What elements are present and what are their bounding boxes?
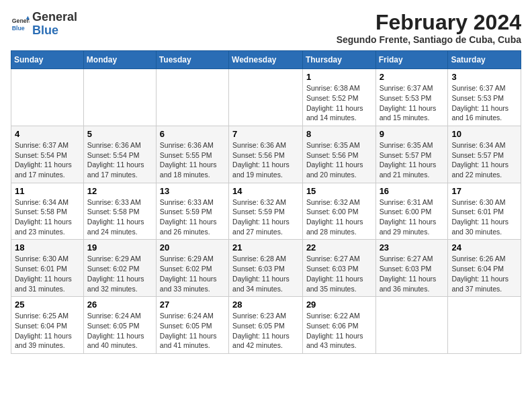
calendar-cell-w3-d6: 16Sunrise: 6:31 AMSunset: 6:00 PMDayligh… <box>375 183 448 240</box>
calendar-cell-w1-d5: 1Sunrise: 6:38 AMSunset: 5:52 PMDaylight… <box>302 69 375 126</box>
day-number: 25 <box>15 300 80 310</box>
calendar-cell-w2-d4: 7Sunrise: 6:36 AMSunset: 5:56 PMDaylight… <box>229 126 303 183</box>
calendar-cell-w5-d5: 29Sunrise: 6:22 AMSunset: 6:06 PMDayligh… <box>302 297 375 354</box>
week-row-4: 18Sunrise: 6:30 AMSunset: 6:01 PMDayligh… <box>11 240 521 297</box>
col-saturday: Saturday <box>448 51 521 69</box>
calendar-cell-w5-d6 <box>375 297 448 354</box>
day-info: Sunrise: 6:27 AMSunset: 6:03 PMDaylight:… <box>380 254 445 293</box>
calendar-cell-w4-d2: 19Sunrise: 6:29 AMSunset: 6:02 PMDayligh… <box>83 240 156 297</box>
day-info: Sunrise: 6:22 AMSunset: 6:06 PMDaylight:… <box>306 311 372 351</box>
calendar-cell-w2-d5: 8Sunrise: 6:35 AMSunset: 5:56 PMDaylight… <box>302 126 375 183</box>
day-number: 16 <box>380 186 445 196</box>
day-number: 4 <box>15 129 80 139</box>
day-number: 11 <box>15 186 80 196</box>
calendar-cell-w5-d1: 25Sunrise: 6:25 AMSunset: 6:04 PMDayligh… <box>11 297 84 354</box>
logo-general: General <box>32 11 77 24</box>
calendar-table: Sunday Monday Tuesday Wednesday Thursday… <box>11 50 521 354</box>
day-number: 22 <box>306 242 372 253</box>
calendar-title: February 2024 <box>337 11 521 34</box>
calendar-cell-w4-d3: 20Sunrise: 6:29 AMSunset: 6:02 PMDayligh… <box>156 240 228 297</box>
day-info: Sunrise: 6:30 AMSunset: 6:01 PMDaylight:… <box>15 254 80 293</box>
day-info: Sunrise: 6:30 AMSunset: 6:01 PMDaylight:… <box>451 197 517 237</box>
logo-icon: General Blue <box>11 15 30 34</box>
day-number: 20 <box>160 242 225 253</box>
day-number: 23 <box>380 242 445 253</box>
day-info: Sunrise: 6:28 AMSunset: 6:03 PMDaylight:… <box>232 254 299 293</box>
day-info: Sunrise: 6:26 AMSunset: 6:04 PMDaylight:… <box>451 254 517 293</box>
day-number: 10 <box>451 129 517 139</box>
calendar-cell-w5-d4: 28Sunrise: 6:23 AMSunset: 6:05 PMDayligh… <box>229 297 303 354</box>
calendar-cell-w1-d6: 2Sunrise: 6:37 AMSunset: 5:53 PMDaylight… <box>375 69 448 126</box>
day-info: Sunrise: 6:23 AMSunset: 6:05 PMDaylight:… <box>232 311 299 351</box>
calendar-cell-w1-d1 <box>11 69 84 126</box>
day-info: Sunrise: 6:24 AMSunset: 6:05 PMDaylight:… <box>87 311 152 351</box>
day-info: Sunrise: 6:34 AMSunset: 5:58 PMDaylight:… <box>15 197 80 237</box>
day-number: 6 <box>160 129 225 139</box>
day-number: 15 <box>306 186 372 196</box>
week-row-2: 4Sunrise: 6:37 AMSunset: 5:54 PMDaylight… <box>11 126 521 183</box>
calendar-cell-w2-d1: 4Sunrise: 6:37 AMSunset: 5:54 PMDaylight… <box>11 126 84 183</box>
calendar-cell-w4-d1: 18Sunrise: 6:30 AMSunset: 6:01 PMDayligh… <box>11 240 84 297</box>
day-info: Sunrise: 6:36 AMSunset: 5:56 PMDaylight:… <box>232 140 299 180</box>
day-info: Sunrise: 6:37 AMSunset: 5:54 PMDaylight:… <box>15 140 80 180</box>
day-number: 29 <box>306 300 372 310</box>
calendar-cell-w4-d5: 22Sunrise: 6:27 AMSunset: 6:03 PMDayligh… <box>302 240 375 297</box>
calendar-cell-w5-d2: 26Sunrise: 6:24 AMSunset: 6:05 PMDayligh… <box>83 297 156 354</box>
calendar-cell-w2-d2: 5Sunrise: 6:36 AMSunset: 5:54 PMDaylight… <box>83 126 156 183</box>
calendar-cell-w1-d3 <box>156 69 228 126</box>
day-number: 1 <box>306 72 372 82</box>
svg-text:Blue: Blue <box>12 25 25 32</box>
calendar-cell-w5-d7 <box>448 297 521 354</box>
day-info: Sunrise: 6:37 AMSunset: 5:53 PMDaylight:… <box>451 83 517 123</box>
day-number: 8 <box>306 129 372 139</box>
calendar-cell-w3-d2: 12Sunrise: 6:33 AMSunset: 5:58 PMDayligh… <box>83 183 156 240</box>
calendar-cell-w3-d4: 14Sunrise: 6:32 AMSunset: 5:59 PMDayligh… <box>229 183 303 240</box>
col-thursday: Thursday <box>302 51 375 69</box>
day-info: Sunrise: 6:32 AMSunset: 6:00 PMDaylight:… <box>306 197 372 237</box>
calendar-cell-w1-d2 <box>83 69 156 126</box>
day-number: 9 <box>380 129 445 139</box>
logo-blue: Blue <box>32 24 58 37</box>
day-number: 27 <box>160 300 225 310</box>
col-sunday: Sunday <box>11 51 84 69</box>
col-wednesday: Wednesday <box>229 51 303 69</box>
day-info: Sunrise: 6:38 AMSunset: 5:52 PMDaylight:… <box>306 83 372 123</box>
day-info: Sunrise: 6:31 AMSunset: 6:00 PMDaylight:… <box>380 197 445 237</box>
day-info: Sunrise: 6:33 AMSunset: 5:59 PMDaylight:… <box>160 197 225 237</box>
day-info: Sunrise: 6:25 AMSunset: 6:04 PMDaylight:… <box>15 311 80 351</box>
day-number: 24 <box>451 242 517 253</box>
day-number: 19 <box>87 242 152 253</box>
day-number: 28 <box>232 300 299 310</box>
day-number: 7 <box>232 129 299 139</box>
day-info: Sunrise: 6:32 AMSunset: 5:59 PMDaylight:… <box>232 197 299 237</box>
day-info: Sunrise: 6:27 AMSunset: 6:03 PMDaylight:… <box>306 254 372 293</box>
col-tuesday: Tuesday <box>156 51 228 69</box>
day-info: Sunrise: 6:33 AMSunset: 5:58 PMDaylight:… <box>87 197 152 237</box>
day-info: Sunrise: 6:35 AMSunset: 5:56 PMDaylight:… <box>306 140 372 180</box>
day-info: Sunrise: 6:35 AMSunset: 5:57 PMDaylight:… <box>380 140 445 180</box>
calendar-cell-w2-d6: 9Sunrise: 6:35 AMSunset: 5:57 PMDaylight… <box>375 126 448 183</box>
day-info: Sunrise: 6:29 AMSunset: 6:02 PMDaylight:… <box>160 254 225 293</box>
week-row-1: 1Sunrise: 6:38 AMSunset: 5:52 PMDaylight… <box>11 69 521 126</box>
day-number: 26 <box>87 300 152 310</box>
day-info: Sunrise: 6:34 AMSunset: 5:57 PMDaylight:… <box>451 140 517 180</box>
week-row-3: 11Sunrise: 6:34 AMSunset: 5:58 PMDayligh… <box>11 183 521 240</box>
week-row-5: 25Sunrise: 6:25 AMSunset: 6:04 PMDayligh… <box>11 297 521 354</box>
day-info: Sunrise: 6:36 AMSunset: 5:54 PMDaylight:… <box>87 140 152 180</box>
calendar-cell-w2-d3: 6Sunrise: 6:36 AMSunset: 5:55 PMDaylight… <box>156 126 228 183</box>
calendar-cell-w3-d1: 11Sunrise: 6:34 AMSunset: 5:58 PMDayligh… <box>11 183 84 240</box>
day-number: 21 <box>232 242 299 253</box>
calendar-cell-w2-d7: 10Sunrise: 6:34 AMSunset: 5:57 PMDayligh… <box>448 126 521 183</box>
calendar-cell-w4-d4: 21Sunrise: 6:28 AMSunset: 6:03 PMDayligh… <box>229 240 303 297</box>
day-info: Sunrise: 6:36 AMSunset: 5:55 PMDaylight:… <box>160 140 225 180</box>
page-header: General Blue General Blue February 2024 … <box>11 11 521 45</box>
col-friday: Friday <box>375 51 448 69</box>
calendar-cell-w4-d6: 23Sunrise: 6:27 AMSunset: 6:03 PMDayligh… <box>375 240 448 297</box>
day-number: 14 <box>232 186 299 196</box>
day-number: 5 <box>87 129 152 139</box>
calendar-cell-w1-d7: 3Sunrise: 6:37 AMSunset: 5:53 PMDaylight… <box>448 69 521 126</box>
calendar-cell-w5-d3: 27Sunrise: 6:24 AMSunset: 6:05 PMDayligh… <box>156 297 228 354</box>
title-block: February 2024 Segundo Frente, Santiago d… <box>337 11 521 45</box>
logo-text: General Blue <box>32 11 77 38</box>
calendar-header-row: Sunday Monday Tuesday Wednesday Thursday… <box>11 51 521 69</box>
